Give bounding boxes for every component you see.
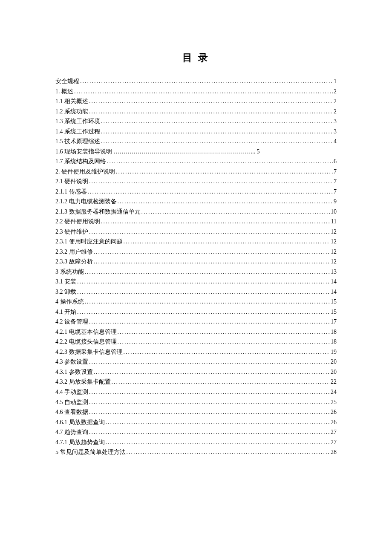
toc-entry-label: 2.1.3 数据服务器和数据通信单元 (55, 207, 141, 217)
toc-entry-page: 4 (334, 136, 337, 147)
toc-entry: 2.1.1 传感器7 (55, 187, 337, 197)
toc-entry-page: 19 (331, 347, 337, 357)
toc-entry: 安全规程1 (55, 76, 337, 87)
table-of-contents: 安全规程11. 概述21.1 相关概述21.2 系统功能21.3 系统工作环境3… (55, 76, 337, 457)
toc-leader-dots (116, 167, 333, 177)
toc-leader-dots (89, 387, 330, 397)
toc-leader-dots (77, 277, 330, 287)
toc-entry-label: 4.7 趋势查询 (55, 427, 88, 437)
toc-leader-dots (89, 96, 333, 107)
toc-entry: 1.1 相关概述2 (55, 96, 337, 107)
toc-entry-label: 3.1 安装 (55, 277, 76, 287)
toc-entry: 4.3.2 局放采集卡配置22 (55, 377, 337, 387)
toc-entry-label: 1.1 相关概述 (55, 96, 88, 107)
toc-entry: 4.1 开始15 (55, 307, 337, 317)
toc-entry-page: 13 (331, 267, 337, 277)
toc-entry: 1.4 系统工作过程3 (55, 127, 337, 137)
toc-entry-page: 2 (334, 96, 337, 107)
toc-leader-dots (107, 156, 333, 167)
toc-entry-page: 12 (331, 257, 337, 267)
toc-leader-dots (89, 317, 330, 327)
toc-entry-page: 3 (334, 127, 337, 137)
toc-entry-label: 2.1 硬件说明 (55, 176, 88, 187)
toc-entry-page: 2 (334, 87, 337, 97)
toc-leader-dots (89, 357, 330, 367)
toc-entry: 1.5 技术原理综述4 (55, 136, 337, 147)
toc-entry-page: 12 (331, 237, 337, 247)
toc-entry-page: 18 (331, 327, 337, 337)
toc-leader-dots (85, 297, 330, 307)
toc-entry-label: 安全规程 (55, 76, 79, 87)
toc-leader-dots (89, 427, 330, 437)
toc-entry-page: 25 (331, 397, 337, 408)
toc-leader-dots (89, 407, 330, 417)
toc-leader-dots (101, 127, 333, 137)
toc-leader-dots (101, 116, 333, 127)
toc-entry-label: 4.2.3 数据采集卡信息管理 (55, 347, 123, 357)
toc-entry-page: 2 (334, 107, 337, 117)
toc-entry-page: 10 (331, 207, 337, 217)
toc-entry-label: 4.2 设备管理 (55, 317, 88, 327)
toc-entry-page: 22 (331, 377, 337, 387)
toc-entry-label: 4.4 手动监测 (55, 387, 88, 397)
toc-entry: 2.1.3 数据服务器和数据通信单元10 (55, 207, 337, 217)
toc-entry-label: 2.3 硬件维护 (55, 227, 88, 237)
toc-entry-label: 2.1.1 传感器 (55, 187, 87, 197)
toc-leader-dots (124, 347, 330, 357)
toc-leader-dots (118, 197, 333, 207)
toc-entry: 4.6.1 局放数据查询26 (55, 417, 337, 428)
toc-entry: 4 操作系统15 (55, 297, 337, 307)
toc-entry: 3.1 安装14 (55, 277, 337, 287)
toc-entry: 4.6 查看数据26 (55, 407, 337, 417)
toc-leader-dots (89, 176, 333, 187)
toc-leader-dots (94, 367, 330, 377)
toc-leader-dots (94, 247, 330, 257)
toc-entry-page: 7 (334, 176, 337, 187)
toc-entry-label: 3.2 卸载 (55, 287, 76, 297)
toc-leader-dots (88, 187, 333, 197)
toc-entry-page: 17 (331, 317, 337, 327)
toc-entry: 4.2 设备管理17 (55, 317, 337, 327)
toc-entry-page: 12 (331, 247, 337, 257)
toc-entry-page: 27 (331, 427, 337, 437)
toc-entry-page: 12 (331, 227, 337, 237)
toc-entry-label: 1.2 系统功能 (55, 107, 88, 117)
toc-entry-page: 3 (334, 116, 337, 127)
toc-entry-label: 4.1 开始 (55, 307, 76, 317)
toc-entry: 4.2.3 数据采集卡信息管理19 (55, 347, 337, 357)
toc-entry-label: 4.3.1 参数设置 (55, 367, 93, 377)
toc-entry: 1.2 系统功能2 (55, 107, 337, 117)
toc-entry-label: 4.7.1 局放趋势查询 (55, 437, 105, 448)
toc-entry-page: 26 (331, 417, 337, 428)
toc-entry-page: 11 (331, 217, 337, 227)
toc-entry: 1.7 系统结构及网络6 (55, 156, 337, 167)
toc-entry-page: 20 (331, 357, 337, 367)
toc-entry-label: 4.2.2 电缆接头信息管理 (55, 337, 117, 347)
toc-entry-page: 24 (331, 387, 337, 397)
toc-entry-page: 7 (334, 187, 337, 197)
toc-entry: 1.3 系统工作环境3 (55, 116, 337, 127)
toc-entry-label: 1.4 系统工作过程 (55, 127, 100, 137)
toc-title: 目 录 (55, 51, 337, 64)
toc-entry: 4.2.1 电缆基本信息管理18 (55, 327, 337, 337)
toc-entry: 2.3.3 故障分析12 (55, 257, 337, 267)
toc-entry-label: 2.3.2 用户维修 (55, 247, 93, 257)
toc-entry-label: 2. 硬件使用及维护说明 (55, 167, 115, 177)
toc-leader-dots (74, 87, 333, 97)
toc-entry-label: 1.3 系统工作环境 (55, 116, 100, 127)
toc-leader-dots (77, 307, 330, 317)
toc-leader-dots (77, 287, 330, 297)
toc-entry: 4.2.2 电缆接头信息管理18 (55, 337, 337, 347)
toc-entry-page: 20 (331, 367, 337, 377)
toc-entry-label: 4.3 参数设置 (55, 357, 88, 367)
toc-entry: 3 系统功能13 (55, 267, 337, 277)
toc-leader-dots (106, 417, 330, 428)
toc-leader-dots (101, 136, 333, 147)
toc-entry-page: 26 (331, 407, 337, 417)
toc-leader-dots (118, 327, 330, 337)
toc-entry-label: 3 系统功能 (55, 267, 84, 277)
toc-entry-page: 6 (334, 156, 337, 167)
toc-entry-label: 1.6 现场安装指导说明 ……………………………………………………………... … (55, 147, 260, 157)
toc-entry: 4.3.1 参数设置20 (55, 367, 337, 377)
toc-entry-label: 1.5 技术原理综述 (55, 136, 100, 147)
